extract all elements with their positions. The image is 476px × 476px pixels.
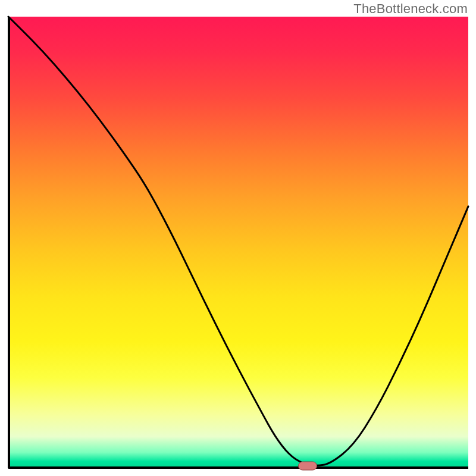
bottleneck-curve (8, 17, 468, 468)
attribution-label: TheBottleneck.com (353, 1, 468, 17)
chart-container: TheBottleneck.com (0, 0, 476, 476)
plot-area (8, 17, 468, 468)
curve-path (8, 17, 468, 465)
optimal-marker (298, 462, 317, 471)
